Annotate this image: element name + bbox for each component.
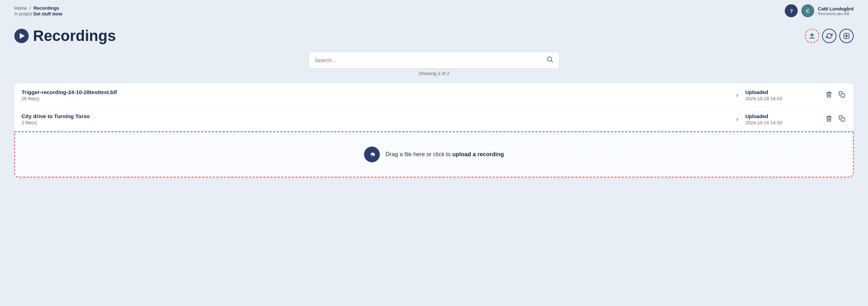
delete-icon[interactable] — [824, 90, 834, 101]
svg-rect-6 — [841, 117, 845, 121]
add-icon — [843, 33, 850, 39]
upload-icon — [809, 33, 815, 39]
search-icon — [546, 56, 553, 65]
search-bar — [308, 52, 560, 69]
user-avatar[interactable]: C — [801, 4, 814, 17]
user-org: RemotiveLabs AB — [818, 11, 854, 16]
upload-text: Drag a file here or click to upload a re… — [386, 151, 504, 158]
recording-name: Trigger-recording-24-10-28testtest.blf — [22, 89, 729, 95]
copy-icon[interactable] — [837, 114, 846, 125]
breadcrumb: Home / Recordings — [14, 5, 62, 11]
showing-label: Showing 2 of 2 — [419, 71, 449, 76]
breadcrumb-current: Recordings — [34, 5, 60, 11]
user-name: Catti Lundsgård — [818, 6, 854, 11]
copy-icon[interactable] — [837, 90, 846, 101]
header: Home / Recordings In project Get stuff d… — [0, 0, 868, 22]
page-title: Recordings — [14, 27, 116, 45]
upload-zone-inner: Drag a file here or click to upload a re… — [364, 147, 504, 162]
page-title-area: Recordings — [0, 22, 868, 52]
search-area: Showing 2 of 2 — [14, 52, 854, 76]
refresh-button[interactable] — [822, 29, 836, 43]
chevron-right-icon: › — [736, 116, 738, 122]
table-row[interactable]: City drive to Turning Torso 2 file(s) › … — [14, 107, 854, 131]
status-date: 2024-10-16 14:50 — [745, 120, 817, 125]
main-content: Showing 2 of 2 Trigger-recording-24-10-2… — [14, 52, 854, 177]
svg-line-4 — [551, 61, 553, 62]
recordings-list: Trigger-recording-24-10-28testtest.blf 2… — [14, 83, 854, 177]
row-actions — [824, 114, 846, 125]
status-badge: Uploaded — [745, 113, 817, 119]
recording-status-area: Uploaded 2024-10-16 14:50 — [745, 113, 817, 125]
delete-icon[interactable] — [824, 114, 834, 125]
recordings-play-icon — [14, 29, 29, 43]
chevron-right-icon: › — [736, 92, 738, 98]
page-heading: Recordings — [33, 27, 116, 45]
recording-name: City drive to Turning Torso — [22, 113, 729, 119]
help-button[interactable]: ? — [785, 4, 798, 17]
project-label: In project Get stuff done — [14, 11, 62, 17]
add-button[interactable] — [839, 29, 854, 43]
upload-button[interactable] — [805, 29, 819, 43]
refresh-icon — [826, 33, 832, 39]
recording-info: City drive to Turning Torso 2 file(s) — [22, 113, 729, 125]
upload-drop-zone[interactable]: Drag a file here or click to upload a re… — [14, 131, 854, 177]
breadcrumb-separator: / — [29, 5, 31, 11]
search-input[interactable] — [315, 57, 543, 63]
row-actions — [824, 90, 846, 101]
recording-status-area: Uploaded 2024-10-28 16:03 — [745, 89, 817, 101]
project-name: Get stuff done — [33, 11, 62, 17]
recording-files: 2 file(s) — [22, 120, 729, 125]
upload-link-text[interactable]: upload a recording — [452, 151, 504, 157]
header-right: ? C Catti Lundsgård RemotiveLabs AB — [785, 4, 854, 17]
status-badge: Uploaded — [745, 89, 817, 95]
recording-files: 26 file(s) — [22, 96, 729, 101]
recording-info: Trigger-recording-24-10-28testtest.blf 2… — [22, 89, 729, 101]
breadcrumb-home[interactable]: Home — [14, 5, 27, 11]
toolbar-buttons — [805, 29, 854, 43]
table-row[interactable]: Trigger-recording-24-10-28testtest.blf 2… — [14, 83, 854, 107]
status-date: 2024-10-28 16:03 — [745, 96, 817, 101]
cloud-upload-icon — [364, 147, 380, 162]
svg-rect-5 — [841, 93, 845, 97]
user-info: Catti Lundsgård RemotiveLabs AB — [818, 6, 854, 16]
